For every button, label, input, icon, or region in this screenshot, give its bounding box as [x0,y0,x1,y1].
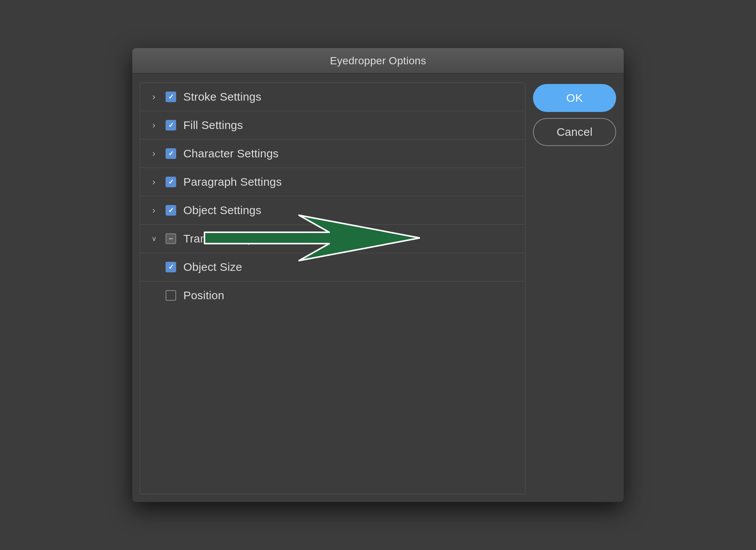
checkbox-wrapper-transform-options [164,232,177,245]
dialog-title: Eyedropper Options [330,55,426,67]
dialog-body: ›Stroke Settings›Fill Settings›Character… [132,73,624,502]
chevron-icon-transform-options: ∨ [149,235,158,243]
settings-item-fill-settings[interactable]: ›Fill Settings [140,111,525,140]
chevron-icon-stroke-settings: › [149,92,158,102]
ok-button[interactable]: OK [533,84,616,112]
dialog-titlebar: Eyedropper Options [132,48,624,73]
checkbox-wrapper-stroke-settings [164,90,177,103]
item-label-fill-settings: Fill Settings [183,119,243,132]
item-label-object-settings: Object Settings [183,204,261,217]
settings-item-object-settings[interactable]: ›Object Settings [140,196,525,225]
chevron-icon-paragraph-settings: › [149,177,158,187]
checkbox-wrapper-object-settings [164,204,177,217]
checkbox-stroke-settings[interactable] [166,92,176,102]
checkbox-paragraph-settings[interactable] [166,177,176,187]
settings-item-object-size[interactable]: Object Size [140,253,525,281]
checkbox-wrapper-paragraph-settings [164,176,177,188]
chevron-icon-fill-settings: › [149,120,158,131]
item-label-character-settings: Character Settings [183,147,279,160]
item-label-paragraph-settings: Paragraph Settings [183,176,282,188]
checkbox-object-settings[interactable] [166,205,176,216]
settings-item-character-settings[interactable]: ›Character Settings [140,140,525,168]
item-label-transform-options: Transform Options [183,232,278,245]
buttons-panel: OK Cancel [533,82,616,494]
checkbox-wrapper-position [164,289,177,302]
settings-list: ›Stroke Settings›Fill Settings›Character… [140,83,525,309]
checkbox-position[interactable] [166,290,176,301]
item-label-position: Position [183,289,224,302]
checkbox-wrapper-object-size [164,261,177,273]
settings-item-paragraph-settings[interactable]: ›Paragraph Settings [140,168,525,196]
checkbox-object-size[interactable] [166,262,176,272]
eyedropper-options-dialog: Eyedropper Options ›Stroke Settings›Fill… [132,48,624,502]
cancel-button[interactable]: Cancel [533,118,616,146]
settings-panel: ›Stroke Settings›Fill Settings›Character… [140,82,525,494]
chevron-icon-object-settings: › [149,205,158,216]
checkbox-wrapper-fill-settings [164,119,177,132]
checkbox-character-settings[interactable] [166,148,176,159]
item-label-stroke-settings: Stroke Settings [183,90,261,103]
item-label-object-size: Object Size [183,261,242,273]
checkbox-fill-settings[interactable] [166,120,176,131]
settings-item-position[interactable]: Position [140,281,525,309]
checkbox-wrapper-character-settings [164,147,177,160]
settings-item-transform-options[interactable]: ∨Transform Options [140,225,525,253]
settings-item-stroke-settings[interactable]: ›Stroke Settings [140,83,525,111]
checkbox-transform-options[interactable] [166,233,176,244]
chevron-icon-character-settings: › [149,148,158,159]
